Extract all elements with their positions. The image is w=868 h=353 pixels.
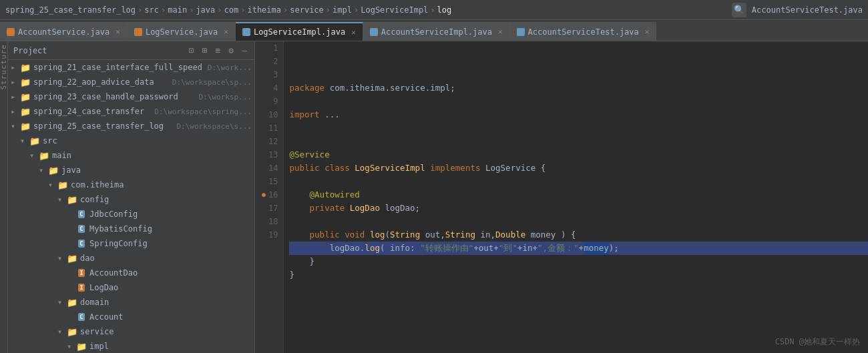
line-num-12: 12	[260, 135, 278, 148]
sidebar-item-java[interactable]: ▾📁java	[8, 163, 254, 178]
tabs-bar: AccountService.java ✕ LogService.java ✕ …	[0, 20, 868, 41]
code-token: @Service	[289, 148, 329, 161]
line-num-11: 11	[260, 121, 278, 135]
line-num-3: 3	[260, 68, 278, 81]
tree-item-name: Account	[89, 312, 252, 322]
code-content[interactable]: package com.itheima.service.impl;import …	[284, 41, 868, 353]
sidebar-item-spring24[interactable]: ▸📁spring_24_case_transferD:\workspace\sp…	[8, 104, 254, 119]
sidebar-expand-all-btn[interactable]: ⊞	[200, 45, 210, 56]
code-token: {	[535, 161, 546, 175]
sidebar-item-spring21[interactable]: ▸📁spring_21_case_interface_full_speedD:\…	[8, 60, 254, 75]
tab-label: LogService.java	[146, 27, 218, 37]
tab-close-icon[interactable]: ✕	[351, 28, 356, 37]
tab-account-service-impl[interactable]: AccountServiceImpl.java ✕	[363, 22, 510, 41]
tab-close-icon[interactable]: ✕	[645, 27, 650, 36]
breadcrumb-itheima[interactable]: itheima	[247, 5, 281, 15]
sidebar-item-accountdao[interactable]: IAccountDao	[8, 266, 254, 280]
code-line-9	[289, 135, 868, 148]
breadcrumb-java[interactable]: java	[196, 5, 215, 15]
line-num-1: 1	[260, 41, 278, 55]
line-num-17: 17	[260, 202, 278, 215]
tab-account-service[interactable]: AccountService.java ✕	[0, 22, 128, 41]
code-line-15	[289, 215, 868, 228]
code-area[interactable]: 12349101112131415●16171819 package com.i…	[255, 41, 868, 353]
breadcrumb-com[interactable]: com	[224, 5, 239, 15]
sidebar-item-account[interactable]: CAccount	[8, 310, 254, 324]
sidebar-collapse-all-btn[interactable]: ⊡	[187, 45, 196, 56]
code-line-18: }	[289, 255, 868, 268]
sidebar-header: Project ⊡ ⊞ ≡ ⚙ —	[8, 41, 254, 60]
line-num-13: 13	[260, 148, 278, 161]
sidebar-item-spring23[interactable]: ▸📁spring_23_case_handle_passwordD:\works…	[8, 89, 254, 104]
search-icon[interactable]: 🔍	[732, 3, 746, 17]
sidebar-title: Project	[13, 46, 183, 55]
code-token	[340, 228, 345, 242]
code-token	[350, 161, 355, 175]
tree-item-name: impl	[89, 342, 252, 351]
sidebar-item-spring22[interactable]: ▸📁spring_22_aop_advice_dataD:\workspace\…	[8, 75, 254, 89]
sidebar-minimize-btn[interactable]: —	[240, 45, 249, 56]
sidebar-item-spring25[interactable]: ▾📁spring_25_case_transfer_logD:\workspac…	[8, 119, 254, 133]
breadcrumb-service[interactable]: service	[290, 5, 324, 15]
interface-icon	[134, 28, 142, 36]
line-num-9: 9	[260, 95, 278, 108]
sidebar-item-logdao[interactable]: ILogDao	[8, 280, 254, 295]
sidebar-item-jdbcconfig[interactable]: CJdbcConfig	[8, 207, 254, 222]
code-line-19: }	[289, 268, 868, 282]
line-numbers: 12349101112131415●16171819	[255, 41, 284, 353]
interface-icon	[7, 28, 15, 36]
tab-label: AccountServiceImpl.java	[381, 27, 492, 37]
tab-log-service[interactable]: LogService.java ✕	[128, 22, 236, 41]
line-num-4: 4	[260, 81, 278, 95]
sidebar-item-main[interactable]: ▾📁main	[8, 148, 254, 163]
code-token: void	[345, 228, 365, 242]
code-line-10: @Service	[289, 148, 868, 161]
tree-item-name: src	[43, 136, 252, 145]
tab-log-service-impl[interactable]: LogServiceImpl.java ✕	[236, 22, 363, 41]
sidebar-item-domain[interactable]: ▾📁domain	[8, 295, 254, 310]
code-token: Double	[495, 228, 525, 242]
sidebar-item-service[interactable]: ▾📁service	[8, 324, 254, 339]
breadcrumb-main[interactable]: main	[168, 5, 187, 15]
account-label: AccountServiceTest.java	[752, 5, 863, 15]
line-num-14: 14	[260, 161, 278, 175]
code-token: }	[289, 268, 294, 282]
tree-item-name: domain	[80, 298, 252, 307]
sidebar-settings-btn[interactable]: ⚙	[226, 45, 236, 56]
sidebar-item-mybatisconfig[interactable]: CMybatisConfig	[8, 222, 254, 236]
code-token: LogServiceImpl	[355, 161, 425, 175]
code-token	[345, 202, 350, 215]
code-token: LogDao	[350, 202, 380, 215]
sidebar-item-springconfig[interactable]: CSpringConfig	[8, 236, 254, 251]
sidebar-scroll-btn[interactable]: ≡	[214, 45, 223, 56]
sidebar-item-src[interactable]: ▾📁src	[8, 133, 254, 148]
sidebar-item-com[interactable]: ▾📁com.itheima	[8, 178, 254, 192]
sidebar-item-config[interactable]: ▾📁config	[8, 192, 254, 207]
code-token: money ) {	[525, 228, 576, 242]
breadcrumb-src[interactable]: src	[144, 5, 159, 15]
tab-close-icon[interactable]: ✕	[498, 27, 503, 36]
sidebar-item-impl[interactable]: ▾📁impl	[8, 339, 254, 353]
sidebar-tree[interactable]: ▸📁spring_21_case_interface_full_speedD:\…	[8, 60, 254, 353]
tab-close-icon[interactable]: ✕	[224, 27, 228, 36]
tab-account-service-test[interactable]: AccountServiceTest.java ✕	[510, 22, 657, 41]
code-token	[365, 228, 370, 242]
code-token: com.itheima.service.impl;	[324, 81, 455, 95]
breadcrumb-project[interactable]: spring_25_case_transfer_log	[5, 5, 136, 15]
tree-item-name: spring_21_case_interface_full_speed	[33, 63, 205, 72]
sidebar-item-dao[interactable]: ▾📁dao	[8, 251, 254, 266]
tree-item-name: spring_24_case_transfer	[33, 107, 152, 116]
line-num-10: 10	[260, 108, 278, 121]
tree-item-name: com.itheima	[71, 180, 252, 190]
tree-item-name: dao	[80, 254, 252, 263]
code-token: log	[370, 228, 385, 242]
breadcrumb-impl[interactable]: impl	[333, 5, 352, 15]
line-num-2: 2	[260, 55, 278, 68]
code-line-11: public class LogServiceImpl implements L…	[289, 161, 868, 175]
tab-close-icon[interactable]: ✕	[116, 27, 120, 36]
code-token: ( info:	[380, 242, 420, 255]
code-token: String	[445, 228, 475, 242]
tree-item-name: main	[52, 151, 252, 160]
watermark: CSDN @她和夏天一样热	[775, 336, 860, 348]
breadcrumb-logserviceimpl[interactable]: LogServiceImpl	[361, 5, 428, 15]
